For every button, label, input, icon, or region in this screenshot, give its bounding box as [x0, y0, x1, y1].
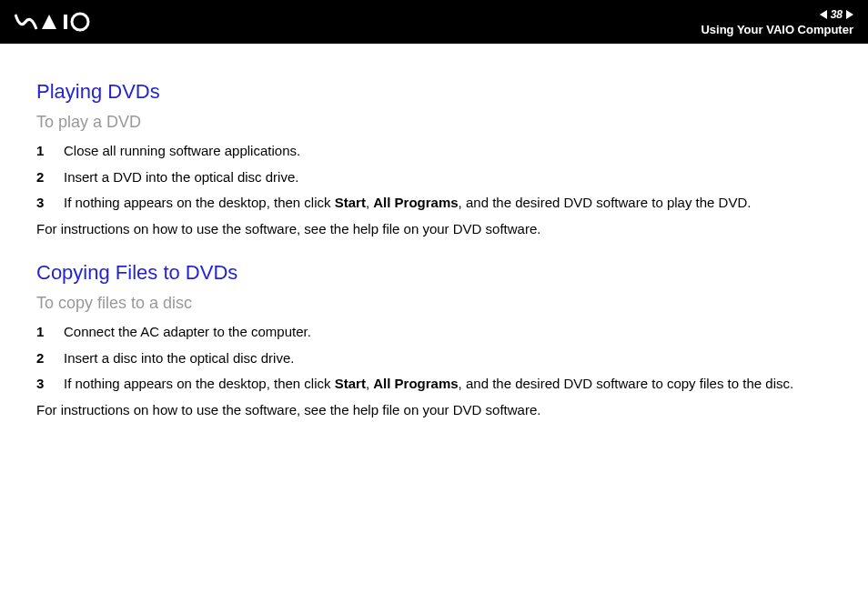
step-text: Insert a DVD into the optical disc drive… [64, 167, 832, 188]
step-text: If nothing appears on the desktop, then … [64, 193, 832, 214]
step-number: 2 [36, 348, 49, 369]
header-right: 38 Using Your VAIO Computer [701, 8, 853, 36]
page-number: 38 [831, 8, 843, 21]
step-text: Close all running software applications. [64, 141, 832, 162]
section1-step-1: 1 Close all running software application… [36, 141, 832, 162]
step-number: 3 [36, 374, 49, 395]
svg-point-1 [72, 14, 88, 30]
section2-step-3: 3 If nothing appears on the desktop, the… [36, 374, 832, 395]
vaio-logo [15, 11, 115, 33]
header-section-title: Using Your VAIO Computer [701, 23, 853, 36]
step-text: Insert a disc into the optical disc driv… [64, 348, 832, 369]
svg-rect-0 [64, 15, 67, 29]
step-number: 1 [36, 141, 49, 162]
step-number: 3 [36, 193, 49, 214]
section1-note: For instructions on how to use the softw… [36, 219, 832, 240]
page-nav: 38 [820, 8, 853, 21]
page-header: 38 Using Your VAIO Computer [0, 0, 868, 44]
section2-step-1: 1 Connect the AC adapter to the computer… [36, 322, 832, 343]
section2-title: Copying Files to DVDs [36, 261, 832, 285]
prev-arrow-icon[interactable] [820, 10, 827, 19]
section2-step-2: 2 Insert a disc into the optical disc dr… [36, 348, 832, 369]
next-arrow-icon[interactable] [846, 10, 853, 19]
section1-title: Playing DVDs [36, 80, 832, 104]
step-number: 1 [36, 322, 49, 343]
section2-subtitle: To copy files to a disc [36, 294, 832, 313]
section2-note: For instructions on how to use the softw… [36, 400, 832, 421]
step-text: Connect the AC adapter to the computer. [64, 322, 832, 343]
section1-subtitle: To play a DVD [36, 113, 832, 132]
step-text: If nothing appears on the desktop, then … [64, 374, 832, 395]
section1-step-2: 2 Insert a DVD into the optical disc dri… [36, 167, 832, 188]
page-content: Playing DVDs To play a DVD 1 Close all r… [0, 44, 868, 460]
section1-step-3: 3 If nothing appears on the desktop, the… [36, 193, 832, 214]
step-number: 2 [36, 167, 49, 188]
